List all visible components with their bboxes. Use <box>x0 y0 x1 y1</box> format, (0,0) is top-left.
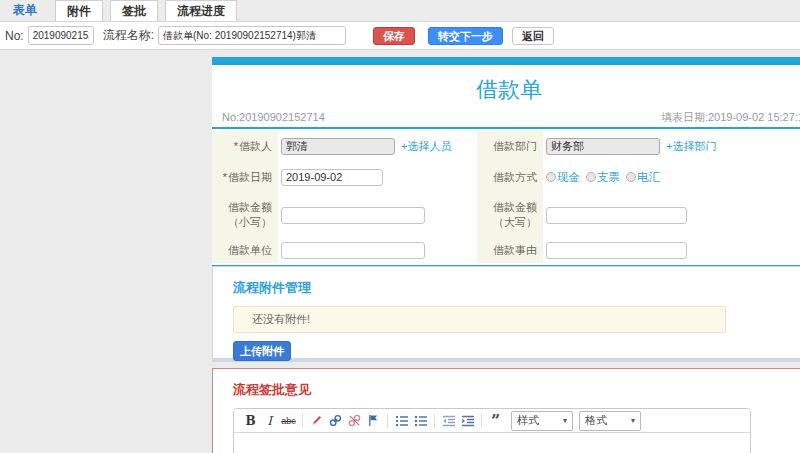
required-mark: * <box>223 171 227 183</box>
select-department-link[interactable]: +选择部门 <box>666 139 716 154</box>
outdent-icon[interactable] <box>441 413 457 429</box>
command-bar: No: 流程名称: 保存 转交下一步 返回 <box>0 22 800 50</box>
amount-upper-input[interactable] <box>546 207 687 224</box>
borrower-input[interactable] <box>281 138 395 155</box>
attachments-panel: 流程附件管理 还没有附件! 上传附件 <box>212 266 800 362</box>
radio-icon[interactable] <box>626 172 636 182</box>
reason-label: 借款事由 <box>477 238 543 263</box>
form-meta-row: No:20190902152714 填表日期:2019-09-02 15:27:… <box>212 109 800 125</box>
tab-progress[interactable]: 流程进度 <box>165 0 237 21</box>
toolbar-separator <box>387 414 388 428</box>
radio-check[interactable]: 支票 <box>586 170 620 185</box>
attachments-title: 流程附件管理 <box>233 279 800 297</box>
department-label: 借款部门 <box>477 131 543 162</box>
form-right-column: 借款部门 +选择部门 借款方式 现金 <box>477 131 800 263</box>
editor-content-area[interactable] <box>234 433 750 453</box>
blockquote-icon[interactable]: ” <box>488 413 504 429</box>
save-button[interactable]: 保存 <box>373 27 415 45</box>
panel-top-accent <box>212 57 800 65</box>
chevron-down-icon: ▾ <box>563 416 567 425</box>
row-amount-lower: 借款金额（小写） <box>212 192 470 238</box>
flag-icon[interactable] <box>366 413 382 429</box>
indent-icon[interactable] <box>460 413 476 429</box>
unit-label: 借款单位 <box>212 238 278 263</box>
radio-cash-label[interactable]: 现金 <box>557 170 580 185</box>
row-department: 借款部门 +选择部门 <box>477 131 800 162</box>
style-select-label: 样式 <box>517 413 539 428</box>
format-select[interactable]: 格式 ▾ <box>579 411 641 431</box>
radio-check-label[interactable]: 支票 <box>597 170 620 185</box>
row-amount-upper: 借款金额（大写） <box>477 192 800 238</box>
italic-icon[interactable]: I <box>262 413 278 429</box>
editor-toolbar: B I abc <box>234 409 750 433</box>
no-input[interactable] <box>28 26 94 45</box>
forward-next-step-button[interactable]: 转交下一步 <box>428 27 503 45</box>
back-button[interactable]: 返回 <box>512 27 554 45</box>
radio-icon[interactable] <box>586 172 596 182</box>
amount-upper-label: 借款金额（大写） <box>477 192 543 238</box>
unordered-list-icon[interactable] <box>413 413 429 429</box>
no-label: No: <box>5 29 24 43</box>
column-gap <box>470 131 477 263</box>
process-name-input[interactable] <box>158 26 346 45</box>
method-radio-group: 现金 支票 电汇 <box>546 170 666 185</box>
amount-lower-label: 借款金额（小写） <box>212 192 278 238</box>
radio-wire-label[interactable]: 电汇 <box>637 170 660 185</box>
ordered-list-icon[interactable] <box>394 413 410 429</box>
row-reason: 借款事由 <box>477 238 800 263</box>
tab-attachments[interactable]: 附件 <box>55 0 103 21</box>
loan-date-input[interactable] <box>281 169 383 186</box>
reason-input[interactable] <box>546 242 687 259</box>
department-input[interactable] <box>546 138 660 155</box>
unit-input[interactable] <box>281 242 425 259</box>
rich-text-editor: B I abc <box>233 408 751 453</box>
bold-icon[interactable]: B <box>243 413 259 429</box>
form-date-text: 填表日期:2019-09-02 15:27:1 <box>661 110 800 125</box>
strikethrough-icon[interactable]: abc <box>281 413 297 429</box>
loan-date-label: *借款日期 <box>212 162 278 192</box>
format-select-label: 格式 <box>585 413 607 428</box>
radio-wire[interactable]: 电汇 <box>626 170 660 185</box>
row-method: 借款方式 现金 支票 <box>477 162 800 192</box>
form-title: 借款单 <box>212 65 800 109</box>
process-name-label: 流程名称: <box>103 27 154 44</box>
amount-lower-input[interactable] <box>281 207 425 224</box>
form-no-text: No:20190902152714 <box>222 111 325 123</box>
toolbar-separator <box>481 414 482 428</box>
highlight-pen-icon[interactable] <box>309 413 325 429</box>
chevron-down-icon: ▾ <box>631 416 635 425</box>
borrower-label: *借款人 <box>212 131 278 162</box>
row-loan-date: *借款日期 <box>212 162 470 192</box>
toolbar-separator <box>302 414 303 428</box>
radio-cash[interactable]: 现金 <box>546 170 580 185</box>
required-mark: * <box>234 140 238 152</box>
approval-title: 流程签批意见 <box>233 381 800 399</box>
method-label: 借款方式 <box>477 162 543 192</box>
style-select[interactable]: 样式 ▾ <box>511 411 573 431</box>
loan-form-panel: 借款单 No:20190902152714 填表日期:2019-09-02 15… <box>212 57 800 270</box>
tab-bar: 表单 附件 签批 流程进度 <box>0 0 800 22</box>
upload-attachment-button[interactable]: 上传附件 <box>233 341 291 361</box>
no-attachments-message: 还没有附件! <box>233 306 726 333</box>
radio-icon[interactable] <box>546 172 556 182</box>
link-icon[interactable] <box>328 413 344 429</box>
row-borrower: *借款人 +选择人员 <box>212 131 470 162</box>
page-background: 借款单 No:20190902152714 填表日期:2019-09-02 15… <box>0 50 800 453</box>
form-left-column: *借款人 +选择人员 *借款日期 <box>212 131 470 263</box>
row-unit: 借款单位 <box>212 238 470 263</box>
tab-form[interactable]: 表单 <box>2 0 48 21</box>
select-person-link[interactable]: +选择人员 <box>401 139 451 154</box>
tab-approval[interactable]: 签批 <box>110 0 158 21</box>
approval-panel: 流程签批意见 B I abc <box>212 368 800 453</box>
form-body: *借款人 +选择人员 *借款日期 <box>212 129 800 263</box>
toolbar-separator <box>434 414 435 428</box>
unlink-icon[interactable] <box>347 413 363 429</box>
